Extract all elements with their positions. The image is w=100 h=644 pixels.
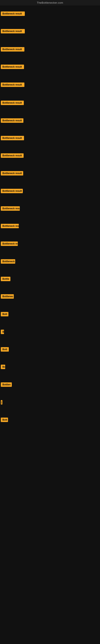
badge-11: Bottleneck result — [1, 189, 23, 193]
badge-6: Bottleneck result — [1, 100, 24, 105]
badge-4: Bottleneck result — [1, 64, 24, 69]
badge-2: Bottleneck result — [1, 29, 25, 34]
badge-18: Bott — [1, 312, 8, 316]
badge-17: Bottlenec — [1, 294, 14, 299]
badge-21: Bo — [1, 365, 5, 369]
page-container: TheBottlenecker.com Bottleneck result Bo… — [0, 0, 100, 644]
badge-10: Bottleneck result — [1, 171, 23, 176]
badge-23: | — [1, 400, 2, 404]
badge-16: Bottle — [1, 277, 10, 281]
badge-14: Bottleneck resu — [1, 242, 18, 246]
badge-5: Bottleneck result — [1, 82, 24, 87]
badge-3: Bottleneck result — [1, 47, 24, 52]
badge-8: Bottleneck result — [1, 136, 24, 140]
badge-19: B — [1, 330, 4, 334]
badge-7: Bottleneck result — [1, 118, 23, 123]
site-title: TheBottlenecker.com — [0, 0, 100, 6]
badge-13: Bottleneck resu — [1, 224, 19, 228]
badge-24: Bott — [1, 418, 8, 422]
badge-1: Bottleneck result — [1, 12, 25, 16]
badge-15: Bottleneck — [1, 259, 15, 264]
badge-20: Bott — [1, 347, 9, 352]
badge-9: Bottleneck result — [1, 153, 24, 158]
badge-22: Bottlen — [1, 382, 12, 387]
badge-12: Bottleneck resu — [1, 206, 20, 211]
